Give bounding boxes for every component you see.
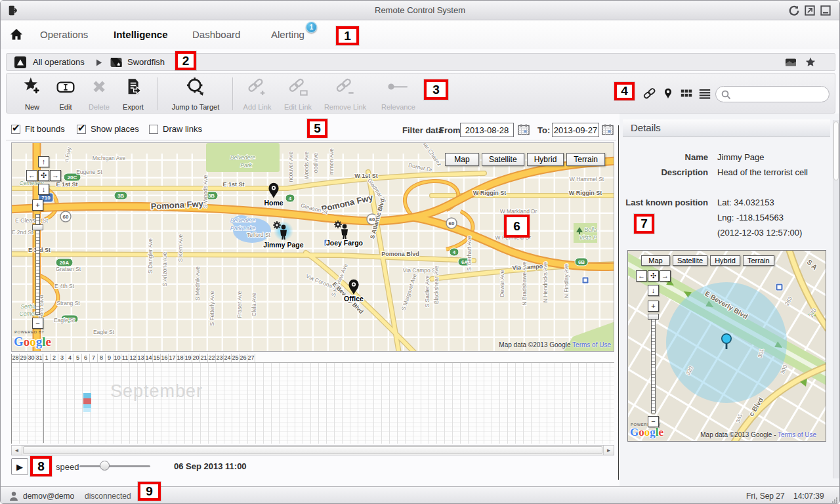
timeline-day[interactable]: 9 [106,354,114,362]
timeline-event[interactable] [83,393,91,398]
maptype-map-button[interactable]: Map [445,153,479,166]
refresh-icon[interactable] [788,5,800,16]
pan-center-button[interactable]: ✣ [648,270,659,282]
map-canvas[interactable]: 71060606020C3B3B4420A20B6A6B Michigan Av… [12,143,614,352]
tab-intelligence[interactable]: Intelligence [114,29,168,40]
speed-slider-thumb[interactable] [100,461,110,471]
operations-icon[interactable] [14,56,26,68]
grid-view-icon[interactable] [680,87,693,100]
filter-to-input[interactable] [552,123,599,137]
breadcrumb-current[interactable]: Swordfish [127,57,165,67]
minimize-icon[interactable] [820,5,831,16]
terms-of-use-link[interactable]: Terms of Use [572,341,611,348]
scrollbar-thumb[interactable] [23,446,602,454]
timeline-event[interactable] [83,398,91,404]
alerting-badge[interactable]: 1 [306,22,317,33]
timeline-day[interactable]: 17 [169,354,177,362]
timeline-scrollbar[interactable]: ◄ ► [11,445,614,455]
timeline-day[interactable]: 18 [177,354,184,362]
jump-to-target-button[interactable]: Jump to Target [169,76,222,112]
pan-up-button[interactable]: ↑ [38,156,49,167]
google-logo[interactable]: Google [14,335,51,349]
edit-button[interactable]: Edit [53,76,78,112]
timeline-day[interactable]: 16 [161,354,169,362]
pan-center-button[interactable]: ✣ [38,170,49,181]
maptype-satellite-button[interactable]: Satellite [482,153,524,166]
export-button[interactable]: Export [120,76,146,112]
timeline-day[interactable]: 27 [247,354,255,362]
timeline-day[interactable]: 6 [82,354,90,362]
timeline-day[interactable]: 28 [12,354,20,362]
timeline-day[interactable]: 7 [90,354,98,362]
timeline-day[interactable]: 26 [240,354,247,362]
timeline-day[interactable]: 20 [192,354,200,362]
play-button[interactable]: ▶ [11,458,28,475]
home-icon[interactable] [10,28,23,41]
tab-alerting[interactable]: Alerting [271,29,304,40]
main-map[interactable]: 71060606020C3B3B4420A20B6A6B Michigan Av… [11,142,614,352]
timeline-day[interactable]: 24 [224,354,232,362]
timeline-grid[interactable] [12,363,614,444]
calendar-icon[interactable] [602,124,614,135]
remove-link-button[interactable]: Remove Link [322,76,369,112]
google-logo[interactable]: Google [630,426,663,439]
pan-down-button[interactable]: ↓ [648,285,659,296]
pan-down-button[interactable]: ↓ [38,184,49,195]
list-view-icon[interactable] [698,87,711,100]
maptype-satellite-button[interactable]: Satellite [673,255,707,266]
zoom-out-button[interactable]: − [32,318,43,329]
timeline-day[interactable]: 21 [200,354,208,362]
pan-right-button[interactable]: → [50,170,61,181]
timeline-day[interactable]: 13 [137,354,145,362]
timeline-day[interactable]: 30 [28,354,35,362]
tab-dashboard[interactable]: Dashboard [192,29,240,40]
timeline-day[interactable]: 2 [51,354,58,362]
fit-bounds-checkbox[interactable]: Fit bounds [11,124,65,134]
filter-from-input[interactable] [460,123,514,137]
timeline[interactable]: 2829303112345678910111213141516171819202… [11,354,614,444]
pan-left-button[interactable]: ← [26,170,37,181]
timeline-day[interactable]: 8 [98,354,106,362]
timeline-day[interactable]: 3 [58,354,66,362]
new-button[interactable]: New [20,76,45,112]
resize-grip[interactable] [832,497,837,503]
timeline-day[interactable]: 5 [74,354,82,362]
zoom-out-button[interactable]: − [648,416,659,427]
link-view-icon[interactable] [643,87,656,100]
timeline-day[interactable]: 10 [114,354,121,362]
timeline-day[interactable]: 29 [20,354,28,362]
delete-button[interactable]: Delete [86,76,112,112]
calendar-icon[interactable] [518,124,530,135]
speed-slider-track[interactable] [79,465,150,467]
search-input[interactable] [734,88,825,100]
position-minimap[interactable]: E Beverly Blvd263270301300320341c BlvdS … [627,250,826,442]
timeline-day[interactable]: 25 [232,354,240,362]
zoom-slider-handle[interactable] [32,224,43,230]
favorite-star-icon[interactable] [805,56,816,68]
timeline-day[interactable]: 23 [216,354,224,362]
show-places-checkbox[interactable]: Show places [77,124,139,134]
terms-of-use-link[interactable]: Terms of Use [778,431,816,438]
zoom-slider-handle[interactable] [648,314,659,320]
timeline-day[interactable]: 19 [184,354,192,362]
places-view-icon[interactable] [662,87,675,100]
panel-scrollbar-thumb[interactable] [833,121,839,180]
timeline-day[interactable]: 15 [153,354,161,362]
maptype-map-button[interactable]: Map [641,255,670,266]
timeline-event[interactable] [83,408,91,412]
timeline-day[interactable]: 14 [145,354,153,362]
zoom-slider[interactable] [651,315,656,413]
zoom-in-button[interactable]: + [32,200,43,211]
pan-left-button[interactable]: ← [636,270,647,282]
maptype-hybrid-button[interactable]: Hybrid [710,255,740,266]
edit-link-button[interactable]: Edit Link [282,76,314,112]
relevance-slider-button[interactable]: Relevance [379,76,418,112]
timeline-day[interactable]: 22 [208,354,216,362]
maptype-hybrid-button[interactable]: Hybrid [527,153,564,166]
draw-links-checkbox[interactable]: Draw links [149,124,202,134]
add-link-button[interactable]: Add Link [241,76,274,112]
scroll-right-arrow[interactable]: ► [603,446,614,455]
expand-window-icon[interactable] [804,5,816,16]
timeline-day[interactable]: 1 [43,354,51,362]
maptype-terrain-button[interactable]: Terrain [566,153,605,166]
